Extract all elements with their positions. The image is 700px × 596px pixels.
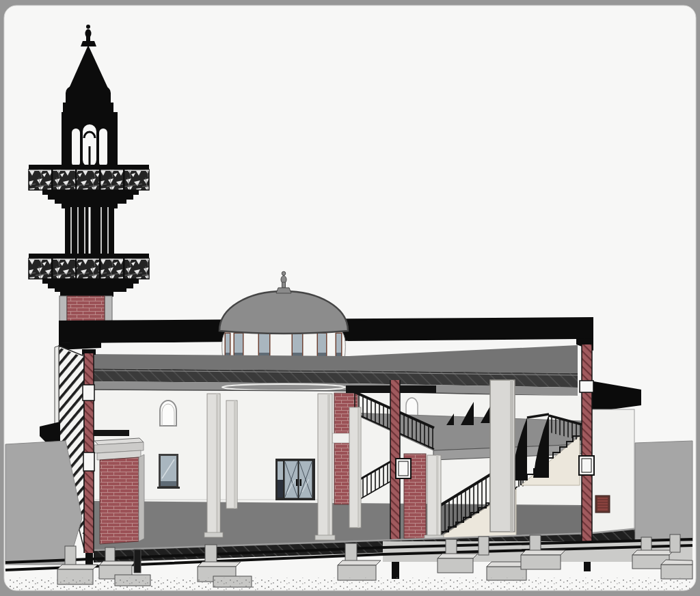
lower-balcony-rim xyxy=(29,254,149,258)
lantern-opening-left xyxy=(72,128,80,167)
brick-platform-side xyxy=(139,455,144,541)
annex-vent-window xyxy=(595,496,610,513)
ground-speckle-dense xyxy=(7,582,280,588)
column xyxy=(315,394,335,540)
lantern-opening-right xyxy=(99,128,107,167)
minaret-brick-base xyxy=(67,296,105,323)
column xyxy=(425,455,444,540)
column-base xyxy=(315,535,335,540)
glazed-entrance-door xyxy=(275,459,315,500)
finial-stem xyxy=(86,37,90,41)
finial-flare xyxy=(81,41,96,46)
lower-balcony-rail-highlight xyxy=(29,259,149,260)
upper-balcony-lattice xyxy=(29,170,149,190)
architectural-render-stage xyxy=(0,0,700,596)
left-cut-marker-upper xyxy=(83,385,94,401)
left-section-cut-wall xyxy=(82,349,96,578)
drum-window xyxy=(336,333,342,358)
cut-marker-upper xyxy=(580,381,593,392)
left-cut-marker-lower xyxy=(83,452,94,471)
door-handle-left xyxy=(296,479,298,486)
drum-window xyxy=(225,333,231,358)
minaret-base-quoin-right xyxy=(105,296,112,323)
column xyxy=(204,394,223,537)
brick-platform-face xyxy=(100,457,139,544)
cut-footing-bar xyxy=(134,550,141,573)
finial-bulb xyxy=(85,29,92,38)
structural-column-large xyxy=(490,380,515,532)
annex-wall xyxy=(591,409,634,545)
lower-balcony-lattice xyxy=(29,258,149,279)
window-sill xyxy=(157,487,180,489)
finial-ball xyxy=(86,25,90,29)
drum-window xyxy=(234,333,244,358)
minaret-cap-flare xyxy=(63,103,113,112)
drum-window xyxy=(292,333,304,358)
minaret-base-quoin-left xyxy=(59,296,67,323)
upper-balcony-rim xyxy=(29,165,149,170)
drum-window xyxy=(258,333,271,358)
right-cut-strip xyxy=(582,344,592,545)
door-handle-right xyxy=(300,479,302,486)
ground-plane-right xyxy=(635,441,692,541)
arched-niche xyxy=(160,401,176,426)
door-sidelight-panel xyxy=(278,480,283,498)
brick-platform xyxy=(94,438,144,544)
column xyxy=(226,401,237,509)
lower-window xyxy=(157,454,180,489)
lantern-mullion xyxy=(89,146,91,167)
right-section-cut-wall xyxy=(579,344,594,571)
upper-balcony-rail-highlight xyxy=(29,170,149,172)
column xyxy=(349,407,361,528)
wall-shelf-beam xyxy=(94,430,129,436)
drum-window xyxy=(317,333,327,358)
section-render-canvas xyxy=(0,0,700,596)
column-base xyxy=(204,532,223,537)
